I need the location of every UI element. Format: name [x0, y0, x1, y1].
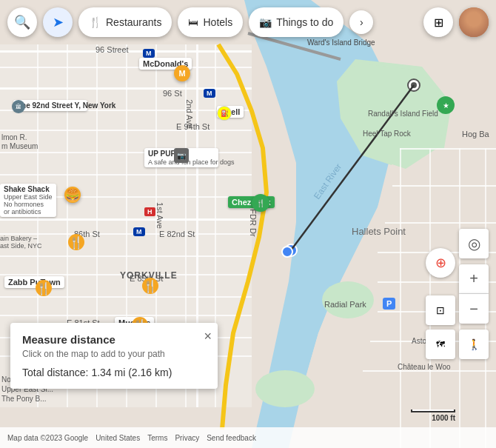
zoom-in-button[interactable]: + — [459, 264, 489, 294]
scale-label: 1000 ft — [432, 414, 455, 422]
street-label-1st: 1st Ave — [155, 202, 164, 229]
directions-icon: ➤ — [53, 14, 64, 30]
copyright: Map data ©2023 Google — [7, 434, 88, 442]
svg-rect-36 — [400, 148, 401, 448]
street-label-randalls: Randall's Island Field — [368, 110, 438, 118]
pin-3[interactable]: 🍴 — [36, 280, 52, 296]
hotels-icon: 🛏 — [188, 16, 198, 28]
east-side-nyc: ast Side, NYC — [0, 242, 42, 250]
pin-2[interactable]: 🍴 — [142, 278, 158, 294]
popup-title: Measure distance — [22, 333, 206, 346]
street-label-2nd: 2nd Ave — [185, 99, 194, 129]
shake-shack-marker[interactable]: 🍔 — [64, 187, 81, 203]
street-label-96st: 96 St — [163, 89, 182, 98]
restaurants-tab[interactable]: 🍴 Restaurants — [78, 7, 172, 37]
metro-96st-2: M — [204, 89, 215, 98]
street-label-96th: 96 Street — [95, 45, 129, 54]
lemon-label: lmon R. — [1, 133, 27, 141]
avatar-image — [459, 7, 489, 37]
distance-label: Total distance: — [22, 367, 89, 378]
svg-rect-28 — [400, 148, 496, 150]
scale-line — [411, 409, 455, 412]
mussels-label[interactable]: Zabb PuTawn — [4, 276, 64, 288]
up-pup-marker[interactable]: 📷 — [174, 148, 189, 163]
hotels-label: Hotels — [203, 16, 232, 28]
pony-label: The Pony B... — [1, 395, 47, 403]
m-museum: m Museum — [1, 142, 38, 150]
hotels-tab[interactable]: 🛏 Hotels — [178, 7, 243, 37]
layers-icon: ⊡ — [436, 304, 445, 316]
grid-menu-button[interactable]: ⊞ — [423, 7, 453, 37]
street-label-hallets: Hallets Point — [352, 226, 406, 237]
hospital-badge: H — [144, 207, 155, 216]
things-label: Things to do — [276, 16, 333, 28]
svg-point-1 — [255, 370, 315, 407]
search-icon: 🔍 — [14, 14, 30, 30]
street-label-hog: Hog Ba — [462, 130, 489, 138]
avatar[interactable] — [459, 7, 489, 37]
svg-rect-30 — [385, 222, 496, 224]
shake-shack-label[interactable]: Shake Shack Upper East Side No hormones … — [0, 184, 56, 217]
grid-icon: ⊞ — [434, 16, 443, 30]
right-controls: ◎ + − 🚶 — [459, 229, 489, 359]
distance-value: 1.34 mi (2.16 km) — [91, 367, 172, 378]
svg-rect-29 — [392, 185, 496, 187]
metro-86st: M — [133, 227, 145, 236]
popup-subtitle: Click on the map to add to your path — [22, 349, 206, 359]
search-button[interactable]: 🔍 — [7, 7, 37, 37]
location-icon: ◎ — [468, 235, 480, 253]
compass-button[interactable]: ⊕ — [426, 248, 455, 278]
chez-nick-marker[interactable]: 🍴 — [252, 194, 269, 212]
directions-button[interactable]: ➤ — [43, 7, 73, 37]
museum-marker[interactable]: 🏛 — [12, 100, 25, 113]
layer-control[interactable]: ⊡ 🗺 — [426, 295, 455, 359]
bottom-bar: Map data ©2023 Google United States Term… — [0, 427, 496, 448]
privacy-link[interactable]: Privacy — [175, 434, 199, 442]
scale-bar: 1000 ft — [411, 409, 455, 422]
restaurants-label: Restaurants — [106, 16, 161, 28]
region: United States — [95, 434, 140, 442]
metro-96st-1: M — [143, 49, 155, 58]
street-label-fdr: FDR Dr — [249, 209, 258, 236]
map-type-icon: 🗺 — [436, 339, 445, 350]
popup-distance: Total distance: 1.34 mi (2.16 km) — [22, 367, 206, 378]
ain-bakery: ain Bakery – — [0, 235, 37, 242]
pegman-icon: 🚶 — [468, 338, 480, 350]
fdr-marker — [281, 246, 293, 258]
chevron-btn[interactable]: › — [349, 10, 373, 34]
my-location-button[interactable]: ◎ — [459, 229, 489, 258]
street-label-heel: Heel Tap Rock — [363, 130, 411, 138]
chevron-right-icon: › — [360, 16, 363, 28]
close-popup-button[interactable]: × — [204, 329, 212, 344]
mcdonalds-marker[interactable]: M — [174, 65, 190, 81]
street-label-radial: Radial Park — [324, 300, 366, 309]
things-icon: 📷 — [259, 16, 272, 28]
compass-icon: ⊕ — [435, 255, 446, 271]
map-container[interactable]: 96 Street 96 St E 94th St E 82nd St E 85… — [0, 0, 496, 448]
terms-link[interactable]: Terms — [147, 434, 167, 442]
shell-marker[interactable]: ⛽ — [217, 106, 232, 121]
randalls-marker[interactable]: ★ — [437, 96, 455, 114]
street-label-e82: E 82nd St — [159, 230, 195, 238]
pin-1[interactable]: 🍴 — [68, 234, 84, 250]
restaurants-icon: 🍴 — [89, 16, 101, 28]
feedback-link[interactable]: Send feedback — [207, 434, 256, 442]
parking-sign: P — [383, 298, 395, 310]
street-view-button[interactable]: 🚶 — [459, 330, 489, 359]
street-label-chateau: Château le Woo — [398, 363, 451, 371]
measure-distance-popup: × Measure distance Click on the map to a… — [10, 323, 218, 389]
zoom-out-button[interactable]: − — [459, 294, 489, 324]
street-label-wards: Ward's Island Bridge — [307, 39, 375, 47]
things-tab[interactable]: 📷 Things to do — [249, 7, 343, 37]
